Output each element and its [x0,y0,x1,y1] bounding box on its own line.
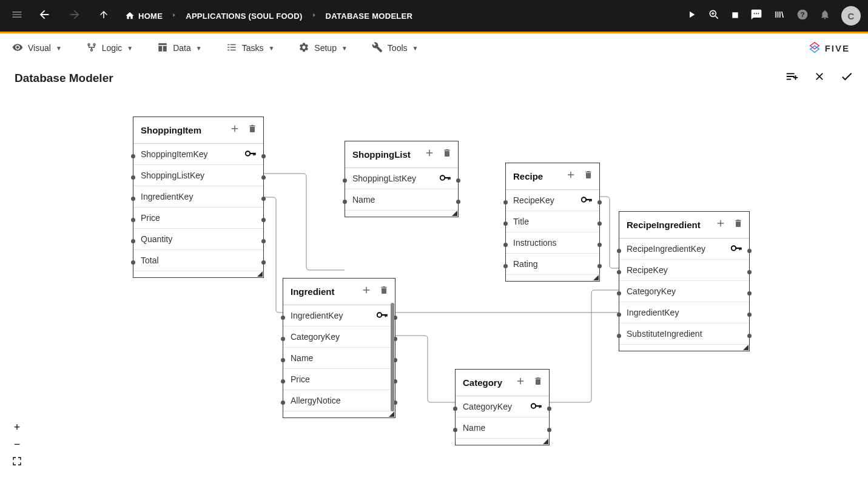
port-left[interactable] [131,239,135,243]
port-left[interactable] [281,358,285,362]
breadcrumb-home[interactable]: HOME [125,11,163,21]
table-row[interactable]: Name [456,417,549,439]
port-right[interactable] [747,313,752,317]
delete-table-icon[interactable] [379,285,389,299]
table-header[interactable]: ShoppingList [345,141,458,168]
port-left[interactable] [131,154,135,158]
hamburger-icon[interactable] [7,5,27,27]
zoom-out-button[interactable]: − [8,436,25,453]
table-header[interactable]: RecipeIngredient [619,212,749,238]
table-row[interactable]: Total [133,250,263,271]
port-right[interactable] [261,154,266,158]
table-category[interactable]: CategoryCategoryKeyName [455,369,550,445]
port-right[interactable] [747,249,752,253]
port-right[interactable] [747,334,752,338]
port-left[interactable] [131,218,135,222]
table-row[interactable]: Title [506,211,599,232]
table-shopping-item[interactable]: ShoppingItemShoppingItemKeyShoppingListK… [133,117,264,278]
port-right[interactable] [747,270,752,274]
add-list-icon[interactable] [786,70,799,86]
port-right[interactable] [261,218,266,222]
resize-handle[interactable] [742,343,749,351]
delete-table-icon[interactable] [733,218,743,232]
port-left[interactable] [131,175,135,180]
table-header[interactable]: ShoppingItem [133,117,263,144]
delete-table-icon[interactable] [442,147,452,161]
table-header[interactable]: Recipe [506,163,599,190]
table-header[interactable]: Category [456,370,549,396]
resize-handle[interactable] [451,209,458,217]
table-header[interactable]: Ingredient [283,279,395,305]
port-right[interactable] [597,264,602,268]
port-left[interactable] [343,200,347,204]
table-row[interactable]: Instructions [506,232,599,254]
table-row[interactable]: IngredientKey [619,302,749,323]
port-right[interactable] [456,178,460,183]
fullscreen-button[interactable] [8,453,25,470]
add-field-icon[interactable] [565,169,576,183]
table-row[interactable]: CategoryKey [619,281,749,302]
port-left[interactable] [343,178,347,183]
port-right[interactable] [597,243,602,247]
table-row[interactable]: ShoppingItemKey [133,144,263,165]
add-field-icon[interactable] [424,147,435,161]
table-row[interactable]: Rating [506,254,599,275]
table-row[interactable]: ShoppingListKey [133,165,263,186]
port-right[interactable] [597,200,602,205]
chat-icon[interactable] [750,8,762,24]
add-field-icon[interactable] [229,123,240,137]
port-left[interactable] [503,264,508,268]
table-row[interactable]: SubstituteIngredient [619,323,749,345]
port-left[interactable] [131,197,135,201]
table-row[interactable]: RecipeIngredientKey [619,238,749,260]
port-left[interactable] [617,270,621,274]
table-row[interactable]: Quantity [133,229,263,250]
port-left[interactable] [617,313,621,317]
menu-visual[interactable]: Visual ▼ [12,42,62,55]
table-recipe[interactable]: RecipeRecipeKeyTitleInstructionsRating [505,163,600,282]
search-icon[interactable] [708,8,720,24]
help-icon[interactable]: ? [796,8,809,24]
scrollbar[interactable] [391,303,394,411]
table-row[interactable]: CategoryKey [456,396,549,417]
port-right[interactable] [747,291,752,296]
table-row[interactable]: AllergyNotice [283,390,395,411]
add-field-icon[interactable] [715,218,726,232]
table-recipe-ingredient[interactable]: RecipeIngredientRecipeIngredientKeyRecip… [619,211,750,351]
table-row[interactable]: RecipeKey [619,260,749,281]
table-row[interactable]: RecipeKey [506,190,599,211]
port-left[interactable] [503,200,508,205]
delete-table-icon[interactable] [533,376,543,390]
port-left[interactable] [617,291,621,296]
port-left[interactable] [503,221,508,226]
port-left[interactable] [503,243,508,247]
table-shopping-list[interactable]: ShoppingListShoppingListKeyName [345,141,459,217]
table-row[interactable]: Price [133,208,263,229]
port-left[interactable] [453,428,457,432]
port-right[interactable] [597,221,602,226]
canvas[interactable]: ShoppingItemShoppingItemKeyShoppingListK… [0,91,868,475]
play-icon[interactable] [686,9,697,23]
table-row[interactable]: IngredientKey [283,305,395,326]
table-row[interactable]: ShoppingListKey [345,168,458,189]
menu-tasks[interactable]: Tasks ▼ [226,42,275,55]
delete-table-icon[interactable] [584,169,593,183]
port-right[interactable] [456,200,460,204]
port-left[interactable] [281,337,285,341]
zoom-in-button[interactable]: + [8,419,25,436]
nav-up-icon[interactable] [92,5,115,26]
port-right[interactable] [547,428,551,432]
port-left[interactable] [281,316,285,320]
menu-data[interactable]: Data ▼ [157,42,201,55]
table-row[interactable]: Name [283,348,395,369]
close-icon[interactable] [813,70,826,86]
port-right[interactable] [261,197,266,201]
table-row[interactable]: Price [283,369,395,390]
port-left[interactable] [453,407,457,411]
table-row[interactable]: IngredientKey [133,186,263,208]
nav-back-icon[interactable] [32,4,57,28]
library-icon[interactable] [773,8,786,24]
menu-setup[interactable]: Setup ▼ [298,42,348,55]
resize-handle[interactable] [256,270,263,277]
avatar[interactable]: C [841,6,861,25]
